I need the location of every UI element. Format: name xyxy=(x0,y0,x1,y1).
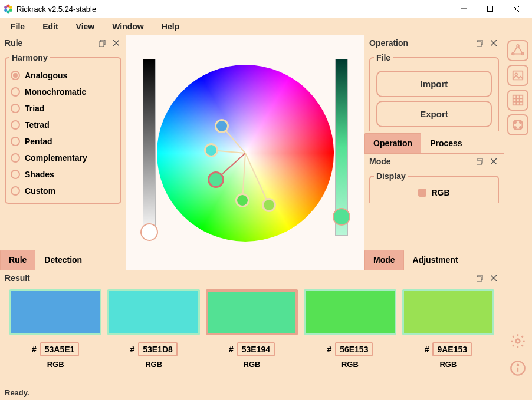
undock-icon[interactable] xyxy=(474,38,485,48)
harmony-option-label: Analogous xyxy=(25,71,67,80)
harmony-option-label: Complementary xyxy=(25,153,87,163)
harmony-option-custom[interactable]: Custom xyxy=(9,183,117,199)
menubar: File Edit View Window Help xyxy=(0,18,532,35)
grid-tool-icon[interactable] xyxy=(507,90,528,111)
hex-input[interactable]: 56E153 xyxy=(335,342,373,356)
swatch-card-0: # 53A5E1 RGB xyxy=(9,289,101,388)
info-icon[interactable] xyxy=(507,358,528,379)
tab-mode[interactable]: Mode xyxy=(364,250,404,270)
rgb-label: RGB xyxy=(145,360,162,369)
harmony-option-label: Tetrad xyxy=(25,120,50,130)
rgb-label: RGB xyxy=(439,360,457,369)
gear-icon[interactable] xyxy=(507,330,528,352)
harmony-option-label: Monochromatic xyxy=(25,87,86,97)
menu-view[interactable]: View xyxy=(69,19,102,34)
hex-input[interactable]: 53A5E1 xyxy=(40,342,80,356)
swatch[interactable] xyxy=(402,289,494,335)
rgb-checkbox-row[interactable]: RGB xyxy=(374,186,494,200)
export-button[interactable]: Export xyxy=(376,101,492,127)
rule-panel: Rule Harmony Analogous Monochromatic Tri… xyxy=(0,35,126,270)
harmony-option-monochromatic[interactable]: Monochromatic xyxy=(9,84,117,100)
hex-input[interactable]: 53E194 xyxy=(237,342,275,356)
harmony-option-complementary[interactable]: Complementary xyxy=(9,150,117,166)
wheel-dot-2[interactable] xyxy=(208,171,224,188)
menu-edit[interactable]: Edit xyxy=(35,19,65,34)
rgb-label: RGB xyxy=(341,360,359,369)
mode-panel: Mode Display RGB Mode Adjustment xyxy=(364,154,504,270)
tab-adjustment[interactable]: Adjustment xyxy=(404,250,467,270)
board-tool-icon[interactable] xyxy=(507,114,528,135)
undock-icon[interactable] xyxy=(474,156,485,167)
value-slider-handle[interactable] xyxy=(140,223,158,241)
hash-label: # xyxy=(425,345,429,354)
radio-icon xyxy=(11,104,20,113)
radio-icon xyxy=(11,87,20,97)
tab-process[interactable]: Process xyxy=(421,133,471,153)
close-icon[interactable] xyxy=(488,156,499,167)
value-slider[interactable] xyxy=(143,59,156,236)
radio-icon xyxy=(11,153,20,163)
harmony-option-analogous[interactable]: Analogous xyxy=(9,67,117,84)
close-icon[interactable] xyxy=(488,273,499,283)
close-icon[interactable] xyxy=(488,38,499,48)
swatch[interactable] xyxy=(107,289,199,335)
svg-point-28 xyxy=(517,45,519,47)
radio-icon xyxy=(11,71,20,80)
hash-label: # xyxy=(32,345,37,354)
side-toolbar xyxy=(504,35,532,270)
svg-point-41 xyxy=(514,127,516,128)
wheel-dot-1[interactable] xyxy=(204,143,218,157)
menu-file[interactable]: File xyxy=(4,19,32,34)
menu-window[interactable]: Window xyxy=(105,19,151,34)
wheel-dot-4[interactable] xyxy=(262,198,276,212)
swatch-card-2: # 53E194 RGB xyxy=(206,289,298,388)
tab-rule[interactable]: Rule xyxy=(0,250,35,270)
operation-tabbar: Operation Process xyxy=(364,133,504,154)
radio-icon xyxy=(11,120,20,130)
harmony-option-triad[interactable]: Triad xyxy=(9,100,117,117)
swatch-card-4: # 9AE153 RGB xyxy=(402,289,494,388)
swatch[interactable] xyxy=(304,289,396,335)
wheel-dot-3[interactable] xyxy=(235,193,249,207)
saturation-slider[interactable] xyxy=(335,59,348,236)
shape-tool-icon[interactable] xyxy=(507,40,528,61)
radio-icon xyxy=(11,137,20,146)
color-wheel[interactable] xyxy=(157,65,334,242)
image-tool-icon[interactable] xyxy=(507,65,528,86)
undock-icon[interactable] xyxy=(474,273,485,283)
mode-panel-title: Mode xyxy=(369,157,391,166)
rule-tabbar: Rule Detection xyxy=(0,250,126,270)
display-legend: Display xyxy=(374,171,408,181)
harmony-option-tetrad[interactable]: Tetrad xyxy=(9,117,117,133)
close-button[interactable] xyxy=(503,1,530,17)
menu-help[interactable]: Help xyxy=(155,19,186,34)
svg-point-29 xyxy=(521,53,524,55)
rgb-label: RGB xyxy=(244,360,261,369)
harmony-option-pentad[interactable]: Pentad xyxy=(9,133,117,150)
harmony-option-shades[interactable]: Shades xyxy=(9,166,117,183)
svg-point-3 xyxy=(7,11,10,14)
svg-rect-31 xyxy=(513,71,523,80)
saturation-slider-handle[interactable] xyxy=(333,208,350,226)
svg-rect-11 xyxy=(99,42,104,47)
wheel-dot-0[interactable] xyxy=(215,119,229,133)
hex-input[interactable]: 53E1D8 xyxy=(138,342,178,356)
window-title: Rickrack v2.5.24-stable xyxy=(17,5,450,14)
tab-detection[interactable]: Detection xyxy=(35,250,91,270)
tab-operation[interactable]: Operation xyxy=(364,133,421,153)
result-panel-title: Result xyxy=(5,273,30,283)
svg-point-50 xyxy=(517,365,518,366)
close-icon[interactable] xyxy=(111,38,121,48)
import-button[interactable]: Import xyxy=(376,71,492,97)
minimize-button[interactable] xyxy=(450,1,477,17)
undock-icon[interactable] xyxy=(97,38,107,48)
file-legend: File xyxy=(374,53,393,62)
checkbox-icon xyxy=(418,189,426,197)
hash-label: # xyxy=(229,345,234,354)
hex-input[interactable]: 9AE153 xyxy=(432,342,472,356)
mode-tabbar: Mode Adjustment xyxy=(364,250,504,270)
swatch[interactable] xyxy=(206,289,298,335)
swatch[interactable] xyxy=(9,289,101,335)
radio-icon xyxy=(11,170,20,179)
maximize-button[interactable] xyxy=(477,1,503,17)
